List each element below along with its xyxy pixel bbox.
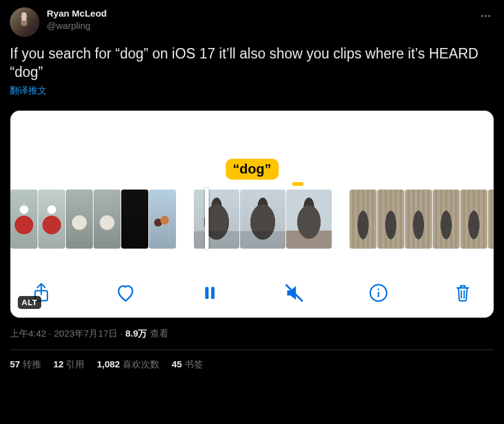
svg-rect-4: [205, 287, 208, 299]
tweet-stats: 57转推 12引用 1,082喜欢次数 45书签: [10, 359, 494, 370]
info-icon: [369, 283, 388, 303]
clip-thumbnail[interactable]: [350, 190, 377, 249]
clip-group-3: [350, 190, 494, 249]
info-button[interactable]: [366, 281, 391, 305]
like-button[interactable]: [113, 281, 138, 305]
clip-thumbnail[interactable]: [149, 190, 176, 249]
mute-button[interactable]: [282, 281, 306, 305]
likes-stat[interactable]: 1,082喜欢次数: [97, 359, 159, 370]
clip-thumbnail[interactable]: [38, 190, 65, 249]
clip-group-1: [10, 190, 177, 249]
heart-icon: [115, 282, 136, 303]
ellipsis-icon: [479, 10, 492, 22]
media-inner: “dog”: [10, 111, 494, 318]
clip-thumbnail[interactable]: [121, 190, 148, 249]
author-display-name[interactable]: Ryan McLeod: [47, 7, 107, 20]
clip-thumbnail[interactable]: [10, 190, 38, 249]
clip-thumbnail[interactable]: [286, 190, 332, 249]
author-names: Ryan McLeod @warpling: [47, 7, 107, 32]
svg-point-2: [488, 15, 490, 17]
tweet-meta: 上午4:42 · 2023年7月17日 · 8.9万 查看: [10, 328, 494, 340]
media-controls: [10, 267, 494, 318]
search-term-bubble: “dog”: [225, 159, 278, 180]
svg-point-0: [481, 15, 483, 17]
svg-point-9: [378, 289, 380, 290]
clip-thumbnail[interactable]: [194, 190, 239, 249]
trash-icon: [454, 283, 471, 303]
tweet-container: Ryan McLeod @warpling If you search for …: [0, 0, 504, 378]
tweet-header: Ryan McLeod @warpling: [10, 7, 494, 37]
svg-point-1: [484, 15, 486, 17]
bookmarks-stat[interactable]: 45书签: [172, 359, 203, 370]
pause-button[interactable]: [198, 281, 222, 305]
clip-thumbnail[interactable]: [433, 190, 460, 249]
retweets-stat[interactable]: 57转推: [10, 359, 41, 370]
alt-badge[interactable]: ALT: [18, 296, 41, 309]
speaker-muted-icon: [284, 282, 305, 303]
avatar[interactable]: [10, 7, 39, 37]
views-label: 查看: [148, 328, 169, 338]
media-card[interactable]: “dog”: [10, 110, 494, 318]
tweet-time[interactable]: 上午4:42: [10, 328, 46, 338]
views-count: 8.9万: [126, 328, 148, 338]
translate-link[interactable]: 翻译推文: [10, 85, 47, 97]
tweet-date[interactable]: 2023年7月17日: [54, 328, 118, 338]
search-term-marker: [292, 182, 303, 186]
svg-rect-5: [211, 287, 214, 299]
clip-thumbnail[interactable]: [405, 190, 432, 249]
author-handle[interactable]: @warpling: [47, 20, 107, 32]
delete-button[interactable]: [450, 281, 475, 305]
clip-thumbnail[interactable]: [488, 190, 494, 249]
clip-thumbnail[interactable]: [240, 190, 286, 249]
playhead-indicator[interactable]: [205, 188, 209, 250]
clip-thumbnail[interactable]: [460, 190, 487, 249]
clip-thumbnail[interactable]: [377, 190, 404, 249]
more-button[interactable]: [477, 7, 494, 25]
pause-icon: [202, 284, 218, 302]
quotes-stat[interactable]: 12引用: [54, 359, 85, 370]
clip-group-2: [194, 190, 332, 249]
clip-thumbnail[interactable]: [94, 190, 121, 249]
filmstrip[interactable]: [10, 190, 494, 249]
divider: [10, 350, 494, 350]
clip-thumbnail[interactable]: [66, 190, 93, 249]
tweet-text: If you search for “dog” on iOS 17 it’ll …: [10, 44, 494, 81]
